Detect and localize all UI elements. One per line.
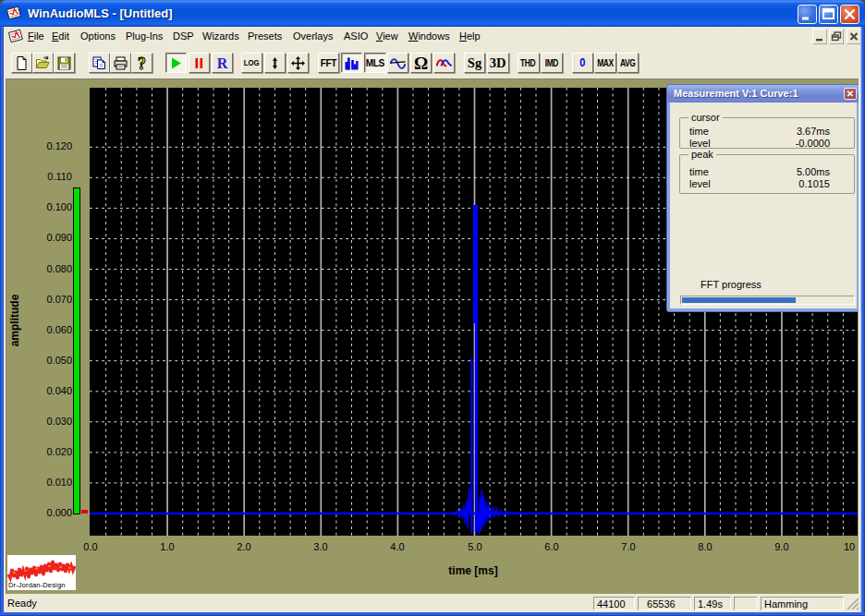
svg-text:?: ? bbox=[138, 55, 146, 71]
svg-text:Ω: Ω bbox=[413, 55, 427, 71]
svg-text:R: R bbox=[216, 55, 227, 71]
